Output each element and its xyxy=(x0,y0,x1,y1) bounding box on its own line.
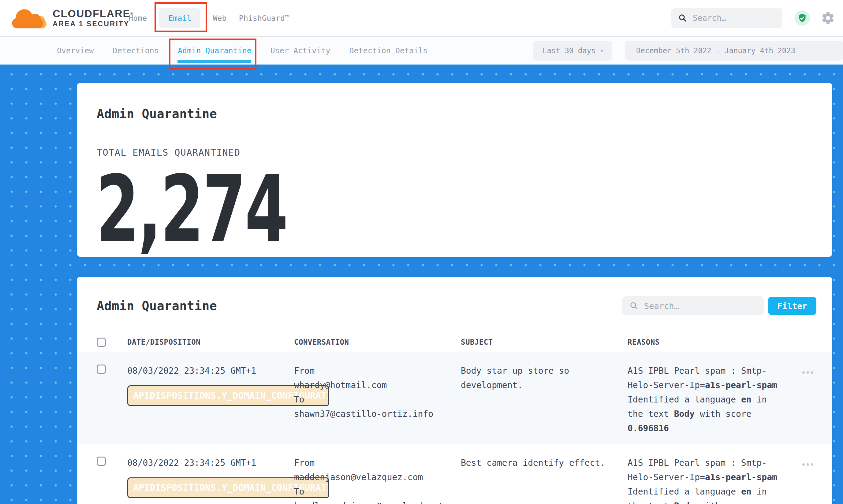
active-tab-underline xyxy=(177,60,251,63)
topnav-right xyxy=(671,8,835,28)
table-row: 08/03/2022 23:34:25 GMT+1 APIDISPOSITION… xyxy=(77,352,832,444)
row-menu-icon[interactable] xyxy=(802,463,813,466)
column-header-subject: SUBJECT xyxy=(461,338,628,346)
reasons-cell: A1S IPBL Pearl spam : Smtp-Helo-Server-I… xyxy=(628,364,799,435)
cloudflare-logo[interactable]: CLOUDFLARE® AREA 1 SECURITY xyxy=(11,6,123,30)
chevron-down-icon: ▼ xyxy=(601,48,603,53)
to-label: To xyxy=(294,392,461,407)
table-card-header: Admin Quarantine Filter xyxy=(77,277,832,315)
nav-item-phishguard[interactable]: PhishGuard™ xyxy=(239,14,290,23)
table-search-input[interactable] xyxy=(644,301,749,311)
row-menu-icon[interactable] xyxy=(802,371,813,374)
column-header-conversation: CONVERSATION xyxy=(294,338,461,346)
tab-admin-quarantine[interactable]: Admin Quarantine xyxy=(178,46,251,55)
subject-cell: Best camera identify effect. xyxy=(461,456,611,504)
subnav-right: Last 30 days ▼ December 5th 2022 — Janua… xyxy=(533,41,843,60)
email-subnav: Overview Detections Admin Quarantine Use… xyxy=(0,36,843,65)
tab-detections[interactable]: Detections xyxy=(112,46,159,55)
row-checkbox[interactable] xyxy=(97,456,106,466)
global-search[interactable] xyxy=(671,8,783,28)
nav-item-email-pill: Email xyxy=(159,8,200,28)
date-range-selector[interactable]: December 5th 2022 — January 4th 2023 xyxy=(625,41,843,60)
conversation-cell: From whardy@hotmail.com To shawn37@casti… xyxy=(294,364,461,435)
stats-card-title: Admin Quarantine xyxy=(77,83,832,121)
area1-dashboard: CLOUDFLARE® AREA 1 SECURITY Home Email W… xyxy=(0,0,843,504)
date-range-label: December 5th 2022 — January 4th 2023 xyxy=(636,47,795,55)
date-disposition-cell: 08/03/2022 23:34:25 GMT+1 APIDISPOSITION… xyxy=(127,364,294,435)
cloudflare-cloud-icon xyxy=(11,6,48,30)
tab-detection-details[interactable]: Detection Details xyxy=(349,46,427,55)
nav-item-email[interactable]: Email xyxy=(168,14,191,23)
shield-check-icon xyxy=(797,13,807,23)
column-header-date: DATE/DISPOSITION xyxy=(127,338,294,346)
subnav-tabs: Overview Detections Admin Quarantine Use… xyxy=(57,46,427,55)
search-icon xyxy=(678,14,687,23)
top-navbar: CLOUDFLARE® AREA 1 SECURITY Home Email W… xyxy=(0,0,843,36)
from-label: From xyxy=(294,456,461,470)
settings-gear-icon[interactable] xyxy=(821,11,835,25)
table-row: 08/03/2022 23:34:25 GMT+1 APIDISPOSITION… xyxy=(77,444,832,504)
logo-subtitle: AREA 1 SECURITY xyxy=(53,20,134,28)
period-selector[interactable]: Last 30 days ▼ xyxy=(533,41,612,60)
date-disposition-cell: 08/03/2022 23:34:25 GMT+1 APIDISPOSITION… xyxy=(127,456,294,504)
select-all-checkbox[interactable] xyxy=(97,338,106,347)
reasons-cell: A1S IPBL Pearl spam : Smtp-Helo-Server-I… xyxy=(628,456,799,504)
search-icon xyxy=(629,301,638,310)
nav-item-home[interactable]: Home xyxy=(128,14,147,23)
to-address: bradleyrodriguez@copeland.net xyxy=(294,499,461,504)
table-header-row: DATE/DISPOSITION CONVERSATION SUBJECT RE… xyxy=(77,332,832,352)
nav-item-web[interactable]: Web xyxy=(213,14,226,23)
tab-overview[interactable]: Overview xyxy=(57,46,94,55)
period-label: Last 30 days xyxy=(543,47,595,55)
to-address: shawn37@castillo-ortiz.info xyxy=(294,407,461,421)
table-search[interactable] xyxy=(622,296,764,315)
from-label: From xyxy=(294,364,461,378)
global-search-input[interactable] xyxy=(692,13,767,23)
from-address: whardy@hotmail.com xyxy=(294,378,461,392)
quarantine-table-card: Admin Quarantine Filter DATE/DISPOSITION… xyxy=(77,277,832,504)
filter-button[interactable]: Filter xyxy=(768,296,816,315)
conversation-cell: From maddenjason@velazquez.com To bradle… xyxy=(294,456,461,504)
subject-cell: Body star up store so development. xyxy=(461,364,611,435)
metric-value: 2,274 xyxy=(96,172,597,247)
row-checkbox[interactable] xyxy=(97,364,106,374)
protection-status-badge[interactable] xyxy=(795,11,810,26)
column-header-reasons: REASONS xyxy=(628,338,799,346)
logo-wordmark: CLOUDFLARE® xyxy=(53,8,134,19)
row-date: 08/03/2022 23:34:25 GMT+1 xyxy=(127,364,294,378)
logo-text: CLOUDFLARE® AREA 1 SECURITY xyxy=(53,8,134,28)
quarantine-stats-card: Admin Quarantine TOTAL EMAILS QUARANTINE… xyxy=(77,83,832,257)
table-card-title: Admin Quarantine xyxy=(97,299,217,313)
row-date: 08/03/2022 23:34:25 GMT+1 xyxy=(127,456,294,470)
tab-user-activity[interactable]: User Activity xyxy=(270,46,331,55)
primary-nav: Home Email Web PhishGuard™ xyxy=(128,8,289,28)
from-address: maddenjason@velazquez.com xyxy=(294,470,461,484)
to-label: To xyxy=(294,484,461,499)
main-content: Admin Quarantine TOTAL EMAILS QUARANTINE… xyxy=(0,65,843,504)
